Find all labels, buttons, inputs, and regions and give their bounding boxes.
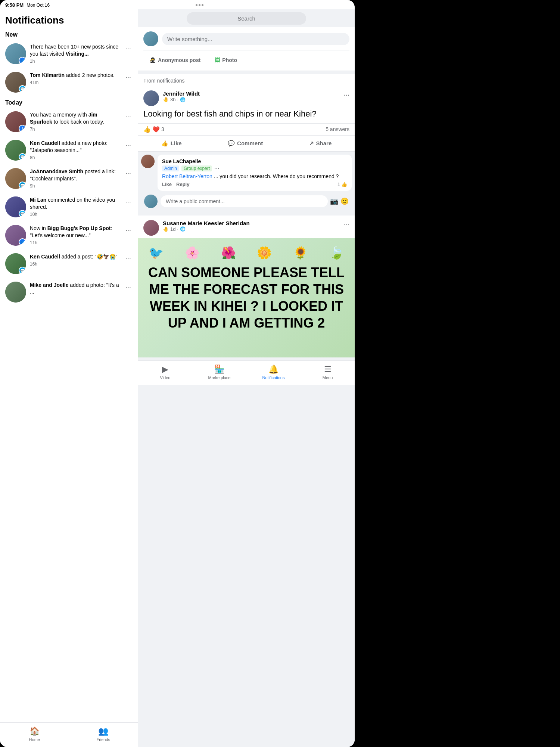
more-options-icon[interactable]: ···	[124, 225, 133, 236]
post-card-1: Jennifer Wildt 🤚 3h · 🌐 ··· Looking for …	[138, 86, 355, 213]
notif-item[interactable]: Mike and Joelle added a photo: "It's a .…	[0, 278, 138, 306]
notif-time: 9h	[30, 183, 120, 189]
more-options-icon[interactable]: ···	[124, 282, 133, 292]
comment-like-action[interactable]: Like	[162, 182, 172, 187]
notif-item[interactable]: 👥 Now in Bigg Bugg's Pop Up Spot: "Let's…	[0, 221, 138, 249]
nav-home[interactable]: 🏠 Home	[0, 725, 69, 743]
reactions-left: 👍 ❤️ 3	[143, 126, 164, 133]
share-button[interactable]: ↗ Share	[303, 137, 338, 150]
camera-icon[interactable]: 📷	[330, 197, 338, 205]
commenter-avatar	[141, 155, 155, 168]
nav-video-label: Video	[160, 375, 171, 380]
write-comment-avatar	[144, 195, 158, 208]
home-icon: 🏠	[29, 726, 40, 736]
notif-content: There have been 10+ new posts since you …	[30, 43, 120, 64]
post-author-name-2: Susanne Marie Keesler Sheridan	[163, 220, 339, 226]
post-body: Looking for best fish and chips in or ne…	[138, 108, 355, 123]
nav-notifications[interactable]: 🔔 Notifications	[246, 363, 301, 381]
notif-content: Now in Bigg Bugg's Pop Up Spot: "Let's w…	[30, 225, 120, 245]
post-header: Jennifer Wildt 🤚 3h · 🌐 ···	[138, 86, 355, 108]
reaction-count: 3	[161, 126, 164, 132]
emoji-icon[interactable]: 🙂	[340, 197, 349, 205]
nav-home-label: Home	[29, 737, 40, 742]
post-text: Looking for best fish and chips in or ne…	[143, 108, 349, 120]
photo-icon: 🖼	[215, 57, 220, 63]
compose-actions: 🥷 Anonymous post 🖼 Photo	[143, 50, 349, 66]
comment-more-options[interactable]: ···	[214, 165, 219, 172]
notif-text: JoAnnanddave Smith posted a link: "Cochl…	[30, 168, 120, 182]
post-subinfo-2: 🤚 1d · 🌐	[163, 226, 339, 232]
badge-msg-icon: 💬	[19, 267, 26, 274]
nav-video[interactable]: ▶ Video	[138, 363, 192, 381]
post-compose: Write something... 🥷 Anonymous post 🖼 Ph…	[138, 27, 355, 71]
post-meta: Jennifer Wildt 🤚 3h · 🌐	[163, 90, 339, 102]
like-button[interactable]: 👍 Like	[155, 137, 188, 150]
comment-button[interactable]: 💬 Comment	[222, 137, 269, 150]
notif-content: Ken Caudell added a new photo: "Jalapeño…	[30, 140, 120, 160]
hand-emoji-2: 🤚	[163, 226, 169, 232]
post-more-options-2[interactable]: ···	[343, 220, 349, 229]
more-options-icon[interactable]: ···	[124, 72, 133, 83]
notif-text: Tom Kilmartin added 2 new photos.	[30, 72, 120, 79]
notifications-list: 👥 There have been 10+ new posts since yo…	[0, 40, 138, 722]
notif-item[interactable]: 💬 JoAnnanddave Smith posted a link: "Coc…	[0, 164, 138, 193]
notif-item[interactable]: 💬 Mi Lan commented on the video you shar…	[0, 193, 138, 221]
notif-time: 10h	[30, 212, 120, 217]
notif-content: You have a memory with Jim Spurlock to l…	[30, 111, 120, 132]
comment-section: Sue LaChapelle Admin Group expert ··· Ro…	[138, 152, 355, 213]
notif-content: Mike and Joelle added a photo: "It's a .…	[30, 282, 120, 296]
notif-item[interactable]: f You have a memory with Jim Spurlock to…	[0, 108, 138, 136]
new-section-label: New	[0, 28, 138, 40]
marketplace-icon: 🏪	[214, 365, 224, 374]
comment-input-icons: 📷 🙂	[330, 197, 349, 205]
write-comment-input[interactable]: Write a public comment...	[161, 195, 328, 207]
anonymous-icon: 🥷	[149, 57, 156, 63]
write-comment-row: Write a public comment... 📷 🙂	[141, 193, 352, 210]
post-image: 🐦 🌸 🌺 🌼 🌻 🍃 CAN SOMEONE PLEASE TELL ME T…	[138, 238, 355, 357]
video-icon: ▶	[162, 365, 168, 374]
bottom-nav: ▶ Video 🏪 Marketplace 🔔 Notifications ☰ …	[138, 360, 355, 385]
notif-item[interactable]: 💬 Tom Kilmartin added 2 new photos. 41m …	[0, 68, 138, 96]
more-options-icon[interactable]: ···	[124, 111, 133, 122]
notif-time: 16h	[30, 261, 120, 267]
badge-msg-icon: 💬	[19, 85, 26, 93]
notif-item[interactable]: 💬 Ken Caudell added a post: "🤣🦅😭" 16h ··…	[0, 249, 138, 278]
compose-row: Write something...	[143, 31, 349, 46]
more-options-icon[interactable]: ···	[124, 253, 133, 264]
nav-friends[interactable]: 👥 Friends	[69, 725, 138, 743]
avatar: f	[5, 111, 26, 132]
nav-marketplace[interactable]: 🏪 Marketplace	[192, 363, 246, 381]
anonymous-post-button[interactable]: 🥷 Anonymous post	[143, 54, 206, 66]
nav-menu[interactable]: ☰ Menu	[301, 363, 355, 381]
nav-menu-label: Menu	[323, 375, 333, 380]
notif-time: 11h	[30, 240, 120, 245]
search-bar[interactable]: Search	[187, 12, 306, 25]
comment-reply-action[interactable]: Reply	[176, 182, 189, 187]
post-author-avatar-2	[143, 220, 159, 236]
globe-icon: 🌐	[180, 97, 186, 102]
more-options-icon[interactable]: ···	[124, 43, 133, 54]
comment-text: Robert Beltran-Yerton ... you did your r…	[162, 173, 347, 179]
notif-item[interactable]: 💬 Ken Caudell added a new photo: "Jalape…	[0, 136, 138, 164]
notif-text: You have a memory with Jim Spurlock to l…	[30, 111, 120, 125]
post-more-options[interactable]: ···	[343, 90, 349, 99]
more-options-icon[interactable]: ···	[124, 196, 133, 207]
more-options-icon[interactable]: ···	[124, 140, 133, 151]
anonymous-label: Anonymous post	[158, 57, 200, 63]
comment-label: Comment	[237, 140, 263, 146]
notifications-title: Notifications	[5, 15, 133, 26]
share-icon: ↗	[309, 140, 314, 147]
like-count: 1	[337, 182, 340, 187]
photo-button[interactable]: 🖼 Photo	[209, 54, 243, 66]
badge-msg-icon: 💬	[19, 182, 26, 189]
compose-input[interactable]: Write something...	[162, 33, 349, 45]
notif-item[interactable]: 👥 There have been 10+ new posts since yo…	[0, 40, 138, 68]
more-options-icon[interactable]: ···	[124, 168, 133, 179]
friends-icon: 👥	[98, 726, 108, 736]
post-subinfo: 🤚 3h · 🌐	[163, 97, 339, 102]
avatar: 💬	[5, 140, 26, 161]
today-section-label: Today	[0, 96, 138, 108]
notif-content: Mi Lan commented on the video you shared…	[30, 196, 120, 217]
notif-time: 41m	[30, 80, 120, 85]
from-notifications-label: From notifications	[138, 74, 355, 86]
